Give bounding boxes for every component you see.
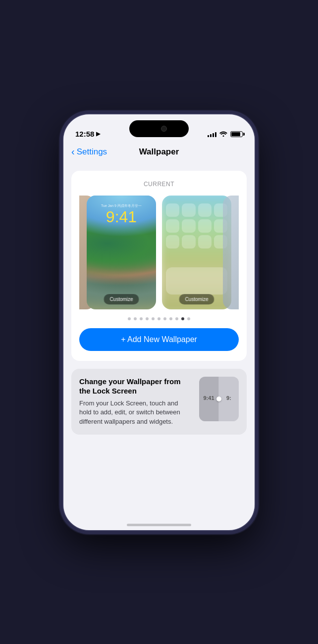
page-dot-3 (140, 317, 143, 320)
illustration-home-time: 9: (226, 395, 231, 401)
home-icon-slot-1 (166, 203, 179, 217)
page-dot-8 (169, 317, 172, 320)
illustration-lock-time: 9:41 (203, 395, 214, 401)
wallpaper-card: CURRENT Tue Jan 9 丙戌年冬月廿一 9:41 Cus (71, 171, 247, 361)
home-icon-slot-7 (198, 219, 212, 233)
signal-bar-4 (215, 132, 216, 137)
signal-bar-2 (210, 134, 212, 137)
lock-screen-illustration: 9:41 9: (199, 377, 239, 421)
home-icons-grid (166, 203, 227, 249)
lock-screen-customize-button[interactable]: Customize (104, 294, 139, 304)
signal-bars-icon (208, 131, 216, 137)
time-display: 12:58 (75, 130, 94, 138)
home-icon-slot-6 (182, 219, 195, 233)
back-label: Settings (77, 147, 107, 157)
lock-time: 9:41 (87, 209, 156, 225)
status-icons (208, 131, 243, 138)
signal-bar-1 (208, 135, 209, 137)
page-dot-7 (163, 317, 166, 320)
page-dot-5 (152, 317, 155, 320)
info-card-title: Change your Wallpaper from the Lock Scre… (79, 377, 191, 396)
wallpaper-previews: Tue Jan 9 丙戌年冬月廿一 9:41 Customize (81, 196, 237, 309)
location-icon: ▶ (96, 131, 100, 137)
page-dot-1 (128, 317, 131, 320)
home-screen-preview[interactable]: Customize (162, 196, 231, 309)
home-icon-slot-11 (198, 235, 212, 248)
lock-screen-preview[interactable]: Tue Jan 9 丙戌年冬月廿一 9:41 Customize (87, 196, 156, 309)
lock-date-time: Tue Jan 9 丙戌年冬月廿一 9:41 (87, 203, 156, 225)
info-card-description: From your Lock Screen, touch and hold to… (79, 399, 191, 427)
illustration-lock-screen: 9:41 (199, 377, 219, 421)
battery-icon (230, 131, 243, 137)
page-title: Wallpaper (139, 147, 179, 157)
info-card: Change your Wallpaper from the Lock Scre… (71, 369, 247, 435)
page-dot-6 (158, 317, 160, 320)
camera-dot (161, 126, 167, 132)
page-dot-9 (175, 317, 178, 320)
wallpaper-previews-wrapper: Tue Jan 9 丙戌年冬月廿一 9:41 Customize (79, 196, 239, 317)
back-button[interactable]: ‹ Settings (71, 147, 107, 157)
page-dot-10-active (181, 317, 184, 320)
page-dots (79, 317, 239, 320)
status-time: 12:58 ▶ (75, 130, 100, 138)
page-dot-2 (134, 317, 137, 320)
lock-date: Tue Jan 9 丙戌年冬月廿一 (87, 203, 156, 208)
info-text: Change your Wallpaper from the Lock Scre… (79, 377, 191, 427)
nav-bar: ‹ Settings Wallpaper (63, 141, 255, 163)
home-icon-slot-5 (166, 219, 179, 233)
page-dot-11 (187, 317, 190, 320)
chevron-left-icon: ‹ (71, 147, 75, 156)
home-widget (166, 267, 227, 295)
home-icon-slot-3 (198, 203, 212, 217)
lock-screen-overlay: Tue Jan 9 丙戌年冬月廿一 9:41 Customize (87, 196, 156, 309)
home-indicator[interactable] (127, 524, 191, 526)
home-icon-slot-10 (182, 235, 195, 248)
side-preview-right (223, 196, 239, 309)
illustration-home-screen: 9: (219, 377, 239, 421)
add-wallpaper-button[interactable]: + Add New Wallpaper (79, 328, 239, 351)
home-icon-slot-9 (166, 235, 179, 248)
current-label: CURRENT (79, 181, 239, 188)
home-icon-slot-2 (182, 203, 195, 217)
main-content: CURRENT Tue Jan 9 丙戌年冬月廿一 9:41 Cus (63, 163, 255, 530)
home-screen-customize-button[interactable]: Customize (179, 294, 214, 304)
battery-fill (231, 132, 240, 136)
illustration-divider-dot (216, 396, 221, 401)
phone-frame: 12:58 ▶ ‹ Sett (62, 113, 256, 531)
wifi-icon (219, 131, 227, 138)
page-dot-4 (146, 317, 149, 320)
dynamic-island (129, 120, 189, 137)
signal-bar-3 (212, 133, 214, 137)
